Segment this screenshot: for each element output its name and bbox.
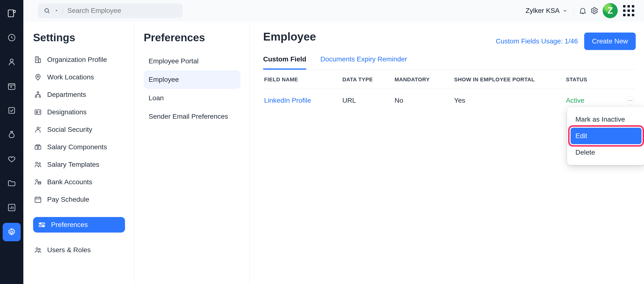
tabs: Custom Field Documents Expiry Reminder <box>263 53 636 70</box>
app-root: Zylker KSA Z Settings <box>0 0 644 284</box>
settings-item-departments[interactable]: Departments <box>33 87 125 102</box>
rail-item-loans[interactable] <box>3 126 21 144</box>
tab-custom-field[interactable]: Custom Field <box>263 53 306 70</box>
dropdown-edit[interactable]: Edit <box>570 128 642 144</box>
svg-rect-10 <box>35 57 38 63</box>
svg-point-21 <box>37 147 39 148</box>
rail-item-payroll[interactable] <box>3 77 21 95</box>
rail-item-documents[interactable] <box>3 174 21 192</box>
rail-item-approvals[interactable] <box>3 102 21 120</box>
money-bag-icon <box>7 130 16 139</box>
gear-icon <box>7 228 16 236</box>
create-new-button[interactable]: Create New <box>584 32 636 50</box>
rail-item-reports[interactable] <box>3 199 21 217</box>
heart-icon <box>7 155 16 163</box>
svg-point-35 <box>632 100 632 101</box>
page-title: Employee <box>263 30 316 43</box>
pref-label: Employee Portal <box>148 57 198 65</box>
svg-point-24 <box>36 179 38 181</box>
col-status: STATUS <box>565 70 617 89</box>
pref-item-employee-portal[interactable]: Employee Portal <box>144 52 240 70</box>
pref-item-loan[interactable]: Loan <box>144 89 240 107</box>
nav-label: Salary Components <box>47 143 107 151</box>
main-header: Employee Custom Fields Usage: 1/46 Creat… <box>263 31 636 51</box>
pref-item-employee[interactable]: Employee <box>144 70 240 89</box>
dropdown-mark-inactive[interactable]: Mark as Inactive <box>570 111 642 128</box>
settings-item-bank-accounts[interactable]: Bank Accounts <box>33 174 125 190</box>
ellipsis-icon <box>628 98 633 103</box>
cell-status: Active <box>566 97 584 104</box>
topbar-settings-button[interactable] <box>588 5 600 16</box>
custom-fields-usage-link[interactable]: Custom Fields Usage: 1/46 <box>496 37 578 45</box>
calendar-icon <box>34 196 42 203</box>
bar-chart-icon <box>7 203 16 212</box>
svg-point-13 <box>37 92 39 93</box>
svg-point-17 <box>36 111 38 112</box>
sitemap-icon <box>34 91 42 99</box>
settings-item-pay-schedule[interactable]: Pay Schedule <box>33 192 125 207</box>
svg-rect-26 <box>35 197 41 202</box>
settings-title: Settings <box>33 31 125 44</box>
settings-item-preferences[interactable]: Preferences <box>33 217 125 233</box>
nav-label: Departments <box>47 91 86 99</box>
col-data-type: DATA TYPE <box>342 70 394 89</box>
cell-field-name[interactable]: LinkedIn Profile <box>264 97 311 104</box>
apps-launcher[interactable] <box>623 5 634 16</box>
org-switcher[interactable]: Zylker KSA <box>522 7 571 14</box>
svg-point-30 <box>42 226 44 227</box>
settings-item-social-security[interactable]: Social Security <box>33 122 125 138</box>
nav-label: Designations <box>47 108 86 116</box>
org-label: Zylker KSA <box>526 7 560 14</box>
topbar-divider <box>574 5 574 16</box>
tab-documents-expiry[interactable]: Documents Expiry Reminder <box>320 53 407 70</box>
svg-point-22 <box>36 162 38 164</box>
rail-item-benefits[interactable] <box>3 150 21 168</box>
dropdown-delete[interactable]: Delete <box>570 144 642 161</box>
svg-point-34 <box>630 100 631 101</box>
settings-item-org-profile[interactable]: Organization Profile <box>33 52 125 67</box>
gear-icon <box>590 6 598 15</box>
check-box-icon <box>7 106 16 115</box>
avatar[interactable]: Z <box>603 3 618 18</box>
rail-item-settings[interactable] <box>3 223 21 241</box>
settings-item-salary-templates[interactable]: Salary Templates <box>33 157 125 172</box>
document-icon <box>7 9 16 18</box>
svg-point-8 <box>45 8 48 12</box>
row-actions-button[interactable] <box>626 96 635 105</box>
search-input[interactable] <box>67 7 177 14</box>
svg-point-23 <box>39 163 40 164</box>
svg-point-15 <box>39 96 41 98</box>
rail-item-dashboard[interactable] <box>3 29 21 47</box>
preferences-panel: Preferences Employee Portal Employee Loa… <box>134 21 250 284</box>
pref-item-sender-email[interactable]: Sender Email Preferences <box>144 107 240 126</box>
rail-item-employees[interactable] <box>3 53 21 71</box>
sliders-icon <box>38 221 46 229</box>
avatar-initial: Z <box>608 5 613 16</box>
settings-item-work-locations[interactable]: Work Locations <box>33 69 125 85</box>
settings-item-salary-components[interactable]: Salary Components <box>33 139 125 155</box>
calendar-arrow-icon <box>7 82 16 91</box>
col-show-portal: SHOW IN EMPLOYEE PORTAL <box>453 70 565 89</box>
users-icon <box>34 246 42 254</box>
svg-point-32 <box>39 249 40 250</box>
nav-label: Social Security <box>47 126 92 134</box>
custom-fields-table: FIELD NAME DATA TYPE MANDATORY SHOW IN E… <box>263 70 636 112</box>
top-bar: Zylker KSA Z <box>23 0 644 21</box>
settings-item-designations[interactable]: Designations <box>33 104 125 120</box>
settings-item-users-roles[interactable]: Users & Roles <box>33 242 125 258</box>
cell-mandatory: No <box>394 89 453 112</box>
nav-label: Pay Schedule <box>47 196 89 203</box>
nav-label: Bank Accounts <box>47 178 92 186</box>
svg-rect-5 <box>9 108 14 113</box>
svg-rect-11 <box>39 59 40 63</box>
search-box[interactable] <box>38 3 183 18</box>
svg-rect-0 <box>8 10 14 17</box>
svg-point-3 <box>10 59 13 62</box>
rail-logo[interactable] <box>3 4 21 22</box>
nav-label: Users & Roles <box>47 246 91 254</box>
svg-point-33 <box>628 100 630 101</box>
notifications-button[interactable] <box>577 5 588 16</box>
search-separator <box>63 7 63 14</box>
left-rail <box>0 0 23 284</box>
id-card-icon <box>34 108 42 116</box>
